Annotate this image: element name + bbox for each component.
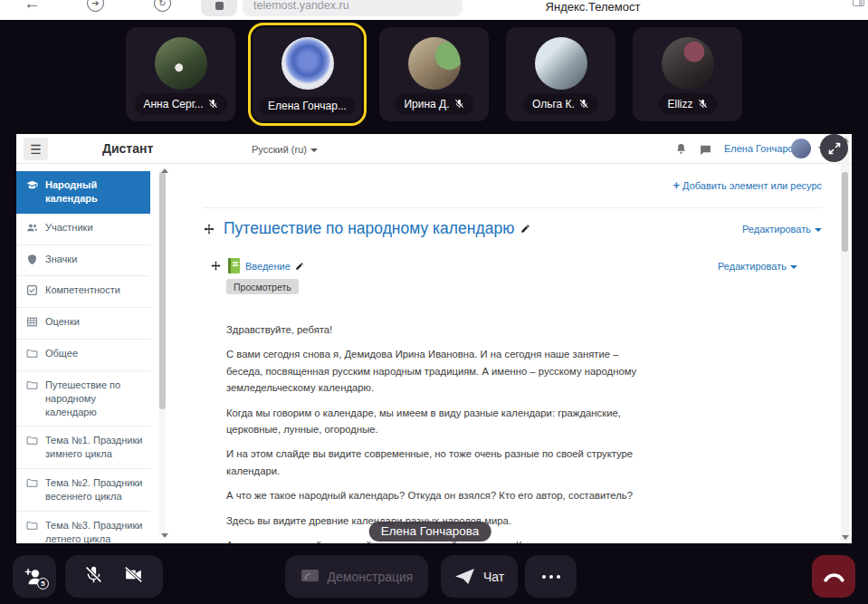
more-icon bbox=[549, 575, 553, 579]
lesson-text: Здравствуйте, ребята! С вами сегодня сно… bbox=[226, 321, 652, 543]
participant-name-pill: Ellizz bbox=[658, 93, 716, 115]
edit-pencil-icon[interactable] bbox=[295, 262, 304, 271]
messages-icon[interactable] bbox=[700, 143, 711, 159]
participant-name-pill: Анна Серг... bbox=[134, 93, 226, 115]
chat-label: Чат bbox=[483, 570, 504, 584]
user-avatar[interactable] bbox=[791, 139, 811, 158]
chat-button[interactable]: Чат bbox=[441, 555, 518, 598]
participant-name: Елена Гончар... bbox=[268, 100, 347, 112]
sidebar-item-label: Общее bbox=[45, 347, 78, 360]
grades-table-icon bbox=[26, 316, 38, 331]
address-bar[interactable]: telemost.yandex.ru bbox=[243, 0, 463, 16]
chevron-down-icon bbox=[790, 265, 797, 269]
scroll-up-icon[interactable] bbox=[161, 168, 168, 173]
phone-handset-icon bbox=[823, 570, 845, 582]
scroll-down-icon[interactable] bbox=[842, 535, 849, 540]
sidebar-item-topic2[interactable]: Тема №2. Праздники весеннего цикла bbox=[16, 469, 150, 512]
sidebar-item-label: Путешествие по народному календарю bbox=[45, 379, 143, 419]
side-panel-icon[interactable] bbox=[853, 0, 864, 6]
plus-icon: + bbox=[672, 178, 680, 192]
edit-pencil-icon[interactable] bbox=[520, 224, 530, 234]
mic-muted-icon bbox=[208, 96, 218, 112]
sidebar-item-label: Участники bbox=[45, 221, 93, 235]
camera-off-button[interactable] bbox=[123, 565, 144, 588]
section-title[interactable]: Путешествие по народному календарю bbox=[224, 219, 514, 238]
sidebar-item-journey[interactable]: Путешествие по народному календарю bbox=[16, 371, 150, 427]
site-title: Дистант bbox=[102, 141, 153, 156]
participant-tile-ellizz[interactable]: Ellizz bbox=[633, 27, 742, 121]
browser-toolbar: ← ➔ ↻ telemost.yandex.ru Яндекс.Телемост bbox=[0, 0, 868, 20]
activity-link[interactable]: Введение bbox=[245, 261, 291, 272]
mic-off-button[interactable] bbox=[84, 565, 103, 588]
more-icon bbox=[557, 575, 560, 579]
move-icon[interactable] bbox=[204, 224, 215, 235]
folder-icon bbox=[26, 435, 38, 450]
book-activity-icon bbox=[228, 258, 240, 273]
audio-video-controls bbox=[65, 555, 163, 598]
mic-muted-icon bbox=[698, 96, 708, 112]
expand-arrows-icon bbox=[828, 142, 841, 155]
notifications-bell-icon[interactable] bbox=[675, 142, 687, 158]
add-resource-link[interactable]: +Добавить элемент или ресурс bbox=[672, 180, 822, 191]
shared-screen-moodle: ☰ Дистант Русский (ru) Елена Гончарова Н… bbox=[16, 134, 852, 543]
sidebar-item-topic3[interactable]: Тема №3. Праздники летнего цикла bbox=[16, 512, 150, 543]
more-icon bbox=[542, 575, 546, 579]
divider bbox=[204, 207, 822, 208]
sidebar-item-competencies[interactable]: Компетентности bbox=[16, 276, 150, 308]
participant-tile-elena-active[interactable]: Елена Гончар... bbox=[253, 27, 362, 121]
screen-share-icon bbox=[300, 569, 320, 584]
sidebar-item-topic1[interactable]: Тема №1. Праздники зимнего цикла bbox=[16, 427, 150, 469]
participant-name-pill: Елена Гончар... bbox=[259, 97, 356, 115]
window-title: Яндекс.Телемост bbox=[546, 0, 641, 14]
folder-icon bbox=[26, 348, 38, 363]
move-icon[interactable] bbox=[211, 261, 221, 271]
participant-tile-irina[interactable]: Ирина Д. bbox=[379, 27, 489, 121]
participant-name: Ольга К. bbox=[532, 98, 575, 110]
more-options-button[interactable] bbox=[525, 555, 577, 598]
back-icon[interactable]: ← bbox=[24, 0, 41, 14]
sidebar-item-label: Оценки bbox=[45, 315, 80, 329]
sidebar-scrollbar-thumb[interactable] bbox=[159, 172, 166, 409]
page-scrollbar[interactable] bbox=[841, 136, 849, 542]
participant-tile-olga[interactable]: Ольга К. bbox=[506, 27, 615, 121]
sidebar-item-label: Компетентности bbox=[45, 283, 120, 297]
expand-screen-button[interactable] bbox=[820, 134, 848, 162]
sidebar-item-label: Тема №1. Праздники зимнего цикла bbox=[45, 434, 143, 461]
participant-name: Ellizz bbox=[667, 98, 692, 110]
language-selector[interactable]: Русский (ru) bbox=[252, 144, 318, 155]
screen-share-button[interactable]: Демонстрация bbox=[285, 555, 428, 598]
menu-burger-button[interactable]: ☰ bbox=[24, 138, 48, 160]
screen-share-label: Демонстрация bbox=[328, 570, 414, 584]
scroll-down-icon[interactable] bbox=[161, 533, 168, 538]
view-button[interactable]: Просмотреть bbox=[226, 279, 299, 294]
sidebar-item-label: Тема №3. Праздники летнего цикла bbox=[45, 519, 143, 543]
add-participant-button[interactable]: 5 bbox=[13, 555, 56, 598]
participants-strip: Анна Серг... Елена Гончар... Ирина Д. Ол… bbox=[0, 27, 868, 121]
mic-muted-icon bbox=[579, 96, 589, 112]
sidebar-item-grades[interactable]: Оценки bbox=[16, 308, 150, 340]
paragraph: А что же такое народный календарь? Откуд… bbox=[226, 487, 652, 503]
participant-tile-anna[interactable]: Анна Серг... bbox=[126, 27, 235, 121]
sidebar-item-general[interactable]: Общее bbox=[16, 340, 150, 371]
section-edit-menu[interactable]: Редактировать bbox=[742, 224, 822, 235]
avatar bbox=[155, 37, 207, 90]
avatar bbox=[408, 37, 461, 90]
participant-name: Анна Серг... bbox=[143, 98, 203, 110]
forward-icon[interactable]: ➔ bbox=[87, 0, 104, 12]
sidebar-item-course[interactable]: Народный календарь bbox=[16, 171, 150, 214]
avatar bbox=[281, 37, 334, 90]
activity-edit-menu[interactable]: Редактировать bbox=[718, 261, 797, 272]
sidebar-item-badges[interactable]: Значки bbox=[16, 245, 150, 277]
sidebar-item-participants[interactable]: Участники bbox=[16, 214, 150, 245]
participant-name-pill: Ирина Д. bbox=[395, 93, 472, 115]
sidebar-item-label: Тема №2. Праздники весеннего цикла bbox=[45, 476, 143, 503]
paragraph: И на этом слайде вы видите современные, … bbox=[226, 446, 652, 479]
extension-icon[interactable] bbox=[201, 0, 237, 16]
hang-up-button[interactable] bbox=[812, 555, 855, 598]
reload-icon[interactable]: ↻ bbox=[154, 0, 171, 12]
sidebar-scrollbar[interactable] bbox=[159, 168, 166, 534]
paper-plane-icon bbox=[454, 568, 475, 585]
avatar bbox=[662, 37, 714, 90]
course-content: +Добавить элемент или ресурс Путешествие… bbox=[188, 164, 822, 543]
page-scrollbar-thumb[interactable] bbox=[842, 172, 848, 252]
